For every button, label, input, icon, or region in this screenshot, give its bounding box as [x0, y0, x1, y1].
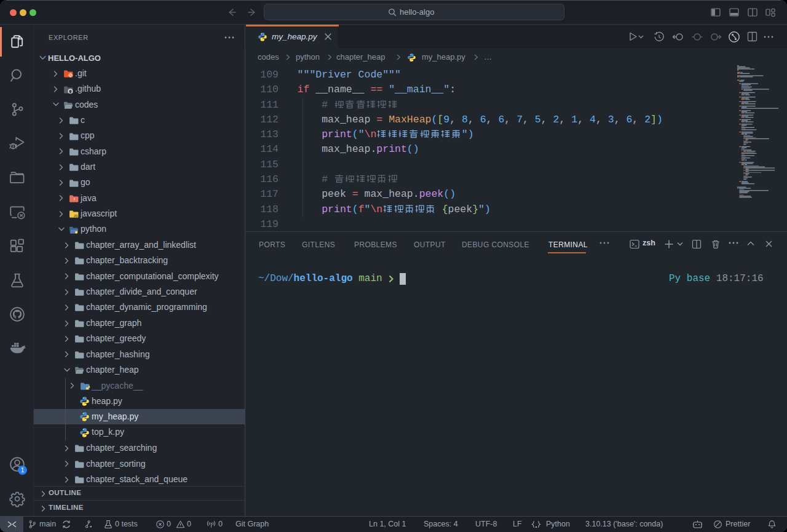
svg-text:JS: JS — [73, 214, 77, 218]
